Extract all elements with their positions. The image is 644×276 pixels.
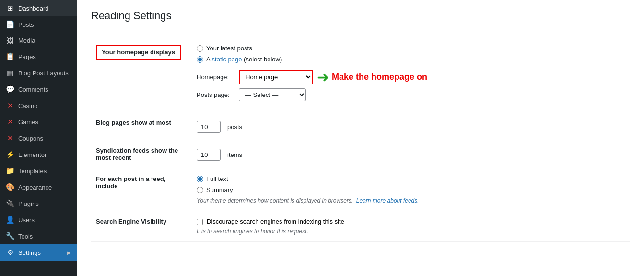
discourage-checkbox[interactable] — [197, 219, 203, 225]
learn-more-link[interactable]: Learn more about feeds. — [356, 197, 419, 204]
sidebar-item-label: Plugins — [18, 200, 71, 207]
sidebar-item-appearance[interactable]: 🎨 Appearance — [0, 179, 77, 195]
sidebar-item-users[interactable]: 👤 Users — [0, 212, 77, 228]
homepage-displays-label: Your homepage displays — [96, 45, 181, 60]
tools-icon: 🔧 — [6, 232, 14, 240]
sidebar-item-tools[interactable]: 🔧 Tools — [0, 228, 77, 244]
discourage-label: Discourage search engines from indexing … — [207, 218, 344, 225]
settings-icon: ⚙ — [6, 248, 14, 257]
sidebar-item-label: Games — [18, 119, 71, 126]
latest-posts-option[interactable]: Your latest posts — [197, 45, 625, 52]
sidebar-item-label: Users — [18, 216, 71, 224]
syndication-label: Syndication feeds show the most recent — [96, 147, 178, 161]
blog-pages-input[interactable]: 10 — [197, 121, 221, 133]
summary-option[interactable]: Summary — [197, 186, 625, 193]
search-visibility-label: Search Engine Visibility — [96, 218, 166, 225]
full-text-option[interactable]: Full text — [197, 175, 625, 182]
syndication-suffix: items — [227, 151, 242, 158]
sidebar-item-dashboard[interactable]: ⊞ Dashboard — [0, 0, 77, 16]
sidebar-item-comments[interactable]: 💬 Comments — [0, 81, 77, 97]
latest-posts-label: Your latest posts — [206, 45, 252, 52]
full-text-radio[interactable] — [197, 176, 203, 182]
blog-post-layouts-icon: ▦ — [6, 69, 14, 77]
sidebar-item-coupons[interactable]: ✕ Coupons — [0, 130, 77, 146]
feed-row: For each post in a feed, include Full te… — [91, 168, 630, 211]
search-visibility-row: Search Engine Visibility Discourage sear… — [91, 211, 630, 242]
sidebar-item-posts[interactable]: 📄 Posts — [0, 16, 77, 33]
posts-icon: 📄 — [6, 20, 14, 29]
annotation-text: Make the homepage on — [332, 72, 427, 82]
sidebar-item-pages[interactable]: 📋 Pages — [0, 48, 77, 65]
comments-icon: 💬 — [6, 85, 14, 94]
page-title: Reading Settings — [91, 10, 630, 28]
sidebar: ⊞ Dashboard 📄 Posts 🖼 Media 📋 Pages ▦ Bl… — [0, 0, 77, 276]
sidebar-item-label: Blog Post Layouts — [18, 70, 71, 77]
sidebar-item-label: Casino — [18, 102, 71, 109]
summary-radio[interactable] — [197, 187, 203, 193]
media-icon: 🖼 — [6, 36, 14, 45]
coupons-icon: ✕ — [6, 134, 14, 143]
static-page-option[interactable]: A static page (select below) — [197, 56, 625, 63]
dashboard-icon: ⊞ — [6, 4, 14, 12]
feed-note: Your theme determines how content is dis… — [197, 197, 625, 204]
sidebar-item-media[interactable]: 🖼 Media — [0, 33, 77, 48]
sidebar-item-label: Tools — [18, 233, 71, 240]
sidebar-item-plugins[interactable]: 🔌 Plugins — [0, 195, 77, 212]
posts-page-select[interactable]: — Select — — [239, 88, 306, 101]
templates-icon: 📁 — [6, 167, 14, 175]
sidebar-item-blog-post-layouts[interactable]: ▦ Blog Post Layouts — [0, 65, 77, 81]
posts-page-label: Posts page: — [197, 91, 235, 98]
latest-posts-radio[interactable] — [197, 45, 203, 52]
sidebar-item-label: Pages — [18, 53, 71, 60]
search-note: It is to search engines to honor this re… — [197, 228, 625, 235]
homepage-displays-row: Your homepage displays Your latest posts… — [91, 38, 630, 112]
summary-label: Summary — [206, 186, 233, 193]
homepage-label: Homepage: — [197, 73, 235, 81]
sidebar-item-templates[interactable]: 📁 Templates — [0, 163, 77, 179]
sidebar-item-label: Coupons — [18, 135, 71, 142]
homepage-dropdown-row: Homepage: Home page ➜ Make the homepage … — [197, 70, 625, 84]
sidebar-item-label: Elementor — [18, 151, 71, 158]
homepage-select-wrapper: Home page — [239, 70, 313, 84]
syndication-input[interactable]: 10 — [197, 149, 221, 161]
blog-pages-label: Blog pages show at most — [96, 119, 171, 126]
sidebar-item-label: Comments — [18, 86, 71, 93]
static-page-link[interactable]: static page — [212, 56, 242, 63]
elementor-icon: ⚡ — [6, 150, 14, 159]
sidebar-item-settings[interactable]: ⚙ Settings ▶ — [0, 244, 77, 261]
sidebar-item-games[interactable]: ✕ Games — [0, 114, 77, 130]
settings-table: Your homepage displays Your latest posts… — [91, 38, 630, 242]
static-page-radio[interactable] — [197, 56, 203, 63]
homepage-select[interactable]: Home page — [239, 70, 313, 84]
sidebar-item-label: Appearance — [18, 184, 71, 191]
plugins-icon: 🔌 — [6, 199, 14, 208]
pages-icon: 📋 — [6, 52, 14, 61]
sidebar-item-label: Settings — [18, 249, 63, 256]
blog-pages-suffix: posts — [227, 123, 242, 131]
posts-page-dropdown-row: Posts page: — Select — — [197, 88, 625, 101]
syndication-row: Syndication feeds show the most recent 1… — [91, 140, 630, 168]
sidebar-item-label: Media — [18, 37, 71, 44]
users-icon: 👤 — [6, 216, 14, 224]
annotation-arrow: ➜ — [317, 70, 329, 84]
discourage-checkbox-row[interactable]: Discourage search engines from indexing … — [197, 218, 625, 225]
static-page-label: A static page (select below) — [206, 56, 282, 63]
sidebar-item-label: Posts — [18, 21, 71, 28]
sidebar-item-casino[interactable]: ✕ Casino — [0, 97, 77, 114]
sidebar-item-label: Templates — [18, 168, 71, 175]
full-text-label: Full text — [206, 175, 228, 182]
feed-label: For each post in a feed, include — [96, 175, 165, 190]
appearance-icon: 🎨 — [6, 183, 14, 192]
settings-submenu-arrow: ▶ — [67, 250, 71, 255]
games-icon: ✕ — [6, 118, 14, 126]
casino-icon: ✕ — [6, 101, 14, 110]
main-content: Reading Settings Your homepage displays … — [77, 0, 644, 276]
sidebar-item-elementor[interactable]: ⚡ Elementor — [0, 146, 77, 163]
blog-pages-row: Blog pages show at most 10 posts — [91, 112, 630, 140]
homepage-annotation: Home page ➜ Make the homepage on — [239, 70, 427, 84]
sidebar-item-label: Dashboard — [18, 5, 71, 12]
